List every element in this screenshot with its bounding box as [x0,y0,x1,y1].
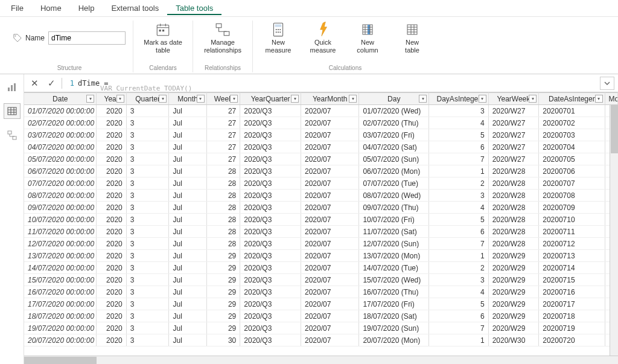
formula-text[interactable]: 1dTime = VAR CurrentDate TODAY() [66,79,596,88]
cell[interactable]: 2020/W29 [488,250,539,262]
cell[interactable]: Jul [169,177,206,190]
cell[interactable]: 28 [206,214,240,226]
cell[interactable]: 07/07/2020 (Tue) [359,177,429,190]
cell[interactable]: 2020/W28 [488,177,539,190]
column-header-quarter[interactable]: Quarter▾ [126,93,169,105]
cell[interactable]: 5 [429,214,489,226]
filter-dropdown-icon[interactable]: ▾ [595,95,603,103]
cell[interactable]: 4 [429,286,489,298]
cell[interactable]: 7 [429,153,489,165]
table-row[interactable]: 03/07/2020 00:00:0020203Jul272020/Q32020… [24,129,618,141]
table-row[interactable]: 06/07/2020 00:00:0020203Jul282020/Q32020… [24,165,618,177]
table-row[interactable]: 12/07/2020 00:00:0020203Jul282020/Q32020… [24,238,618,250]
cell[interactable]: 29 [206,286,240,298]
cell[interactable]: 2020 [97,226,126,238]
menu-help[interactable]: Help [70,1,103,15]
filter-dropdown-icon[interactable]: ▾ [529,95,537,103]
cell[interactable]: 20200719 [539,322,605,334]
cell[interactable]: 2020/Q3 [240,177,301,190]
cell[interactable]: 2020/W28 [488,202,539,214]
cell[interactable]: 20200702 [539,117,605,129]
cell[interactable]: 20200713 [539,250,605,262]
cell[interactable]: 20200716 [539,286,605,298]
model-view-button[interactable] [4,127,21,143]
cell[interactable]: 29 [206,250,240,262]
cell[interactable]: 28 [206,238,240,250]
cell[interactable]: 2020/W29 [488,298,539,310]
table-row[interactable]: 13/07/2020 00:00:0020203Jul292020/Q32020… [24,250,618,262]
cell[interactable]: 2020 [97,214,126,226]
cell[interactable]: 2020/07 [301,105,359,117]
cell[interactable]: 20200714 [539,262,605,274]
filter-dropdown-icon[interactable]: ▾ [116,95,124,103]
data-view-button[interactable] [4,103,21,119]
cell[interactable]: 17/07/2020 (Fri) [359,298,429,310]
cell[interactable]: 3 [126,153,169,165]
cell[interactable]: 2020/W28 [488,214,539,226]
cell[interactable]: 29 [206,262,240,274]
cell[interactable]: Jul [169,298,206,310]
column-header-yearquarter[interactable]: YearQuarter▾ [240,93,301,105]
cell[interactable]: 3 [126,117,169,129]
cell[interactable]: 6 [429,141,489,153]
cell[interactable]: Jul [169,165,206,177]
cell[interactable]: 3 [126,214,169,226]
cell[interactable]: Jul [169,226,206,238]
expand-formula-button[interactable] [600,77,614,90]
cell[interactable]: Jul [169,214,206,226]
filter-dropdown-icon[interactable]: ▾ [419,95,427,103]
column-header-month[interactable]: Month▾ [169,93,206,105]
cell[interactable]: 2020/W29 [488,310,539,322]
cell[interactable]: 2020/07 [301,153,359,165]
cell[interactable]: 2020/Q3 [240,334,301,346]
cell[interactable]: 16/07/2020 (Thu) [359,286,429,298]
cell[interactable]: 3 [429,274,489,286]
cell[interactable]: 2020 [97,322,126,334]
cell[interactable]: 20200718 [539,310,605,322]
cell[interactable]: 07/07/2020 00:00:00 [24,177,97,190]
cell[interactable]: 3 [126,262,169,274]
cell[interactable]: 04/07/2020 00:00:00 [24,141,97,153]
cell[interactable]: 09/07/2020 (Thu) [359,202,429,214]
cell[interactable]: 20200704 [539,141,605,153]
cell[interactable]: 12/07/2020 00:00:00 [24,238,97,250]
cell[interactable]: 2020/07 [301,226,359,238]
table-row[interactable]: 10/07/2020 00:00:0020203Jul282020/Q32020… [24,214,618,226]
cell[interactable]: Jul [169,262,206,274]
filter-dropdown-icon[interactable]: ▾ [230,95,238,103]
cell[interactable]: 2020 [97,262,126,274]
cell[interactable]: 2020/Q3 [240,117,301,129]
cell[interactable]: 2020 [97,202,126,214]
cell[interactable]: 2020/W27 [488,117,539,129]
cell[interactable]: 3 [126,250,169,262]
cell[interactable]: 11/07/2020 00:00:00 [24,226,97,238]
table-row[interactable]: 02/07/2020 00:00:0020203Jul272020/Q32020… [24,117,618,129]
cell[interactable]: 28 [206,226,240,238]
quick-measure-button[interactable]: Quickmeasure [305,21,341,54]
cell[interactable]: 2020 [97,310,126,322]
cell[interactable]: 20200703 [539,129,605,141]
cell[interactable]: 2020/07 [301,117,359,129]
cell[interactable]: 01/07/2020 (Wed) [359,105,429,117]
cell[interactable]: 2020/W27 [488,153,539,165]
cell[interactable]: 3 [126,238,169,250]
cell[interactable]: 2020/W29 [488,322,539,334]
column-header-dayasinteger[interactable]: DayAsInteger▾ [429,93,489,105]
table-row[interactable]: 07/07/2020 00:00:0020203Jul282020/Q32020… [24,177,618,190]
cell[interactable]: 3 [126,286,169,298]
cell[interactable]: 3 [126,190,169,202]
cell[interactable]: 20200708 [539,190,605,202]
cell[interactable]: 18/07/2020 00:00:00 [24,310,97,322]
cell[interactable]: 20200712 [539,238,605,250]
cell[interactable]: 2020/Q3 [240,105,301,117]
cell[interactable]: 13/07/2020 (Mon) [359,250,429,262]
mark-as-date-table-button[interactable]: Mark as datetable [141,21,185,54]
cell[interactable]: Jul [169,310,206,322]
cell[interactable]: 2020/Q3 [240,310,301,322]
cell[interactable]: 01/07/2020 00:00:00 [24,105,97,117]
cell[interactable]: 3 [126,322,169,334]
cell[interactable]: 1 [429,165,489,177]
table-name-input[interactable] [48,31,126,45]
cell[interactable]: Jul [169,105,206,117]
cancel-formula-button[interactable]: ✕ [28,77,41,90]
